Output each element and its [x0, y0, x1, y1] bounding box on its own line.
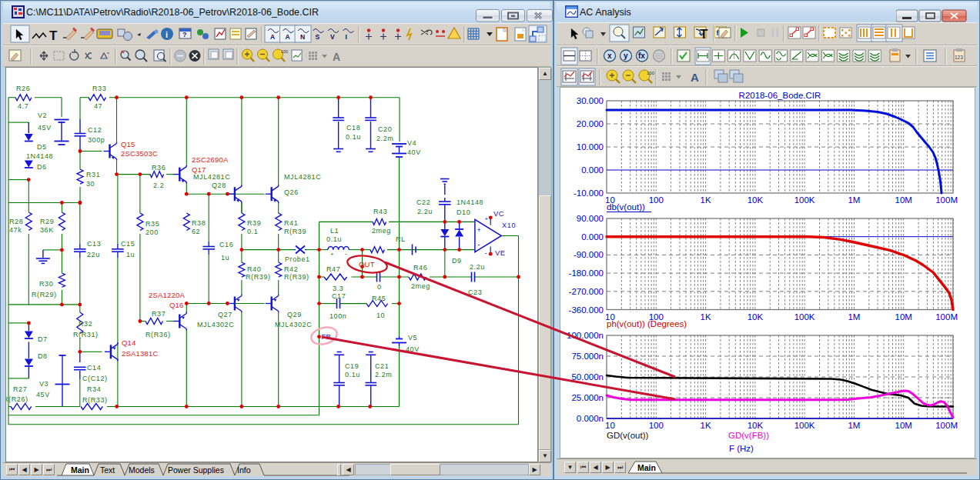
svg-text:-: -: [485, 249, 487, 257]
svg-text:100.000n: 100.000n: [567, 331, 604, 340]
svg-text:2.2: 2.2: [153, 182, 164, 189]
svg-text:2SC2690A: 2SC2690A: [192, 155, 229, 164]
svg-text:1K: 1K: [701, 421, 711, 430]
svg-text:1N4148: 1N4148: [26, 152, 53, 160]
svg-text:R38: R38: [192, 219, 206, 227]
svg-text:V2: V2: [38, 112, 47, 119]
svg-text:L1: L1: [330, 227, 339, 235]
svg-text:C(C12): C(C12): [82, 375, 108, 382]
svg-text:GD(v(out)): GD(v(out)): [607, 431, 648, 440]
svg-text:R32: R32: [79, 320, 92, 328]
svg-text:R(R39: R(R39: [284, 228, 306, 235]
svg-text:R37: R37: [152, 310, 166, 318]
svg-text:D5: D5: [37, 143, 47, 151]
svg-text:100M: 100M: [935, 312, 958, 322]
svg-text:C13: C13: [87, 240, 101, 248]
svg-text:2.2u: 2.2u: [470, 263, 485, 271]
svg-text:50.000n: 50.000n: [571, 372, 604, 382]
svg-text:db(v(out)): db(v(out)): [607, 202, 645, 212]
svg-text:C23: C23: [468, 288, 482, 296]
svg-text:0.000n: 0.000n: [577, 414, 604, 423]
svg-text:R40: R40: [247, 265, 261, 273]
svg-text:47k: 47k: [9, 226, 22, 234]
svg-text:30.000: 30.000: [577, 96, 604, 105]
svg-text:D6: D6: [37, 163, 47, 171]
svg-text:0.000: 0.000: [581, 232, 604, 242]
svg-text:2.2u: 2.2u: [417, 208, 433, 215]
svg-text:Probe1: Probe1: [285, 255, 310, 263]
svg-text:D7: D7: [38, 335, 48, 343]
svg-text:R27: R27: [13, 385, 27, 393]
svg-text:10.000: 10.000: [577, 142, 604, 152]
svg-text:100: 100: [647, 71, 655, 75]
svg-text:R36: R36: [152, 164, 166, 172]
svg-text:100: 100: [649, 195, 664, 205]
svg-text:MJL4281C: MJL4281C: [193, 173, 230, 181]
svg-text:1N4148: 1N4148: [457, 198, 483, 206]
svg-text:T: T: [700, 27, 708, 42]
svg-text:22u: 22u: [87, 251, 100, 258]
svg-text:R43: R43: [373, 208, 387, 215]
svg-text:Q17: Q17: [192, 165, 206, 174]
svg-text:10M: 10M: [895, 421, 912, 430]
svg-text:62: 62: [192, 228, 200, 235]
svg-text:R33: R33: [92, 85, 106, 92]
svg-text:100M: 100M: [935, 195, 958, 205]
svg-text:10M: 10M: [895, 312, 912, 322]
svg-text:20.000: 20.000: [577, 119, 604, 128]
svg-text:2SA1220A: 2SA1220A: [149, 291, 185, 299]
svg-text:40V: 40V: [406, 345, 420, 353]
svg-text:R2018-06_Bode.CIR: R2018-06_Bode.CIR: [739, 91, 821, 100]
svg-text:-: -: [477, 240, 480, 248]
svg-text:3.3: 3.3: [333, 285, 343, 292]
svg-text:100K: 100K: [794, 312, 815, 322]
svg-text:10K: 10K: [748, 421, 764, 430]
svg-text:47: 47: [94, 102, 102, 110]
svg-text:Q28: Q28: [212, 182, 226, 189]
svg-text:T: T: [49, 28, 58, 43]
svg-text:RL: RL: [396, 235, 406, 243]
svg-text:C12: C12: [88, 126, 102, 134]
svg-text:R47: R47: [326, 265, 340, 273]
svg-text:100: 100: [649, 421, 664, 430]
svg-text:25.000n: 25.000n: [571, 393, 604, 402]
svg-text:F (Hz): F (Hz): [729, 444, 754, 453]
svg-text:V4: V4: [407, 139, 416, 147]
svg-text:0: 0: [377, 283, 382, 291]
svg-text:R26: R26: [16, 85, 30, 92]
svg-text:-180.000: -180.000: [569, 268, 604, 278]
svg-text:C18: C18: [346, 124, 360, 132]
svg-text:10K: 10K: [748, 312, 764, 322]
svg-text:R29: R29: [40, 218, 54, 225]
svg-text:1K: 1K: [701, 312, 711, 322]
svg-text:MJL4302C: MJL4302C: [197, 321, 234, 328]
svg-text:D9: D9: [452, 257, 462, 265]
svg-text:2meg: 2meg: [372, 227, 391, 235]
svg-text:Q16: Q16: [169, 301, 184, 309]
svg-text:0.1u: 0.1u: [326, 235, 342, 243]
svg-text:+: +: [485, 215, 489, 222]
svg-text:-90.000: -90.000: [574, 250, 604, 259]
svg-text:1M: 1M: [848, 312, 860, 322]
svg-text:VE: VE: [495, 248, 506, 257]
svg-text:x: x: [607, 52, 612, 60]
svg-text:i: i: [166, 30, 168, 39]
svg-text:R46: R46: [413, 264, 427, 272]
svg-text:R(R33): R(R33): [82, 396, 108, 404]
svg-text:y: y: [624, 52, 628, 60]
svg-text:R34: R34: [87, 385, 101, 393]
svg-text:R(R26): R(R26): [6, 395, 28, 403]
svg-text:A: A: [286, 33, 290, 41]
svg-text:90.000: 90.000: [577, 214, 604, 223]
svg-text:C22: C22: [416, 198, 430, 206]
svg-text:R30: R30: [39, 280, 53, 288]
svg-text:R31: R31: [86, 171, 100, 178]
svg-text:D8: D8: [38, 352, 48, 360]
svg-text:10K: 10K: [748, 195, 764, 205]
svg-text:2meg: 2meg: [411, 282, 430, 290]
svg-text:Q26: Q26: [284, 188, 299, 196]
svg-text:0.1: 0.1: [247, 228, 258, 235]
svg-text:1u: 1u: [221, 254, 229, 262]
svg-text:V3: V3: [39, 380, 48, 388]
svg-text:C15: C15: [121, 240, 135, 248]
